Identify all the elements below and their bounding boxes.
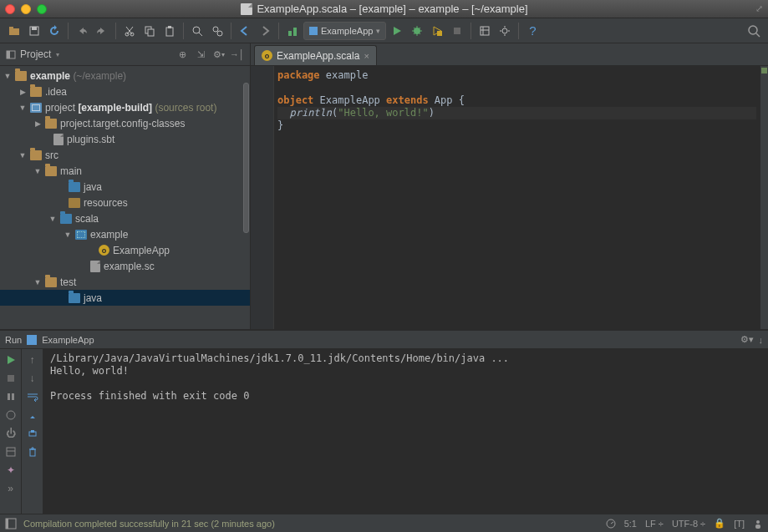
tree-item-java[interactable]: java [84, 181, 102, 193]
collapse-all-icon[interactable]: ⇲ [193, 47, 208, 62]
file-icon [240, 3, 252, 15]
redo-button[interactable] [93, 22, 111, 40]
tree-item-plugins[interactable]: plugins.sbt [67, 134, 114, 145]
status-tool-windows-icon[interactable] [5, 518, 17, 529]
find-button[interactable] [188, 22, 206, 40]
rerun-button[interactable] [3, 352, 18, 367]
undo-button[interactable] [73, 22, 91, 40]
tree-scrollbar-thumb[interactable] [243, 83, 249, 233]
project-structure-button[interactable] [476, 22, 494, 40]
run-action-column-left: ⏻ ✦ » [0, 349, 22, 514]
paste-button[interactable] [160, 22, 179, 40]
scroll-from-source-icon[interactable]: ⊕ [175, 47, 190, 62]
search-everywhere-button[interactable] [745, 22, 763, 40]
status-progress-icon[interactable] [606, 519, 616, 529]
stop-button[interactable] [448, 22, 466, 40]
run-config-selector[interactable]: ExampleApp ▾ [303, 22, 386, 40]
tree-item-example-sc[interactable]: example.sc [104, 261, 155, 272]
zoom-window-button[interactable] [37, 4, 47, 14]
tree-item-project[interactable]: project [45, 102, 75, 114]
dump-threads-button[interactable] [3, 408, 18, 423]
status-caret-position[interactable]: 5:1 [624, 519, 637, 529]
restore-layout-button[interactable]: ✦ [3, 463, 18, 478]
stop-process-button[interactable] [3, 371, 18, 386]
code-content[interactable]: package example object ExampleApp extend… [274, 66, 760, 329]
print-button[interactable] [25, 426, 40, 441]
tree-item-main[interactable]: main [60, 165, 82, 177]
svg-rect-14 [293, 28, 297, 36]
svg-rect-3 [32, 27, 37, 30]
code-editor[interactable]: package example object ExampleApp extend… [251, 66, 768, 329]
svg-rect-28 [7, 448, 15, 456]
project-tree[interactable]: example (~/example) .idea project [examp… [0, 66, 250, 329]
coverage-button[interactable] [428, 22, 446, 40]
editor-mark-strip[interactable] [760, 66, 768, 329]
svg-point-20 [749, 26, 757, 34]
tree-item-test[interactable]: test [60, 276, 76, 288]
make-button[interactable] [283, 22, 302, 40]
layout-button[interactable] [3, 444, 18, 459]
help-button[interactable]: ? [523, 22, 542, 40]
pause-button[interactable] [3, 389, 18, 404]
object-icon: o [262, 50, 272, 61]
clear-all-button[interactable] [25, 444, 40, 459]
down-button[interactable]: ↓ [25, 371, 40, 386]
debug-button[interactable] [408, 22, 426, 40]
forward-button[interactable] [256, 22, 274, 40]
tree-item-project-build: [example-build] [78, 102, 152, 114]
back-button[interactable] [236, 22, 254, 40]
copy-button[interactable] [140, 22, 159, 40]
more-button[interactable]: » [3, 481, 18, 496]
refresh-button[interactable] [45, 22, 64, 40]
status-bar: Compilation completed successfully in 21… [0, 514, 768, 532]
tree-item-src[interactable]: src [45, 149, 58, 161]
folder-icon [45, 119, 57, 129]
svg-rect-26 [12, 393, 14, 400]
window-traffic-lights [5, 4, 47, 14]
svg-rect-36 [755, 524, 760, 529]
run-panel-label[interactable]: Run [5, 335, 22, 345]
settings-gear-icon[interactable]: ⚙▾ [211, 47, 226, 62]
settings-button[interactable] [496, 22, 514, 40]
minimize-window-button[interactable] [21, 4, 31, 14]
tree-item-resources[interactable]: resources [84, 197, 128, 209]
tree-item-target[interactable]: project.target.config-classes [60, 118, 185, 129]
tree-item-idea[interactable]: .idea [45, 86, 67, 98]
editor-tab[interactable]: o ExampleApp.scala × [254, 45, 377, 65]
run-console-output[interactable]: /Library/Java/JavaVirtualMachines/jdk1.7… [43, 349, 768, 514]
run-panel-config[interactable]: ExampleApp [42, 335, 94, 345]
svg-rect-25 [8, 393, 10, 400]
tree-item-example-app[interactable]: ExampleApp [113, 245, 170, 256]
close-tab-icon[interactable]: × [364, 51, 369, 61]
lock-icon[interactable]: 🔒 [714, 518, 725, 529]
main-toolbar: ExampleApp ▾ ? [0, 18, 768, 43]
svg-point-35 [756, 520, 760, 524]
tree-item-scala[interactable]: scala [75, 213, 99, 225]
project-view-label[interactable]: Project [20, 48, 51, 60]
tree-root-name[interactable]: example [30, 70, 70, 82]
status-hector-icon[interactable] [753, 519, 763, 529]
soft-wrap-button[interactable] [25, 389, 40, 404]
up-button[interactable]: ↑ [25, 352, 40, 367]
status-insert-mode[interactable]: [T] [734, 519, 745, 529]
close-window-button[interactable] [5, 4, 15, 14]
chevron-down-icon[interactable]: ▾ [56, 51, 59, 58]
run-settings-icon[interactable]: ⚙▾ [740, 334, 754, 345]
source-folder-icon [60, 214, 72, 224]
run-pin-icon[interactable]: ↓ [759, 335, 764, 345]
tree-item-test-java[interactable]: java [84, 292, 102, 304]
status-encoding[interactable]: UTF-8 ÷ [672, 519, 705, 529]
replace-button[interactable] [208, 22, 226, 40]
cut-button[interactable] [120, 22, 139, 40]
hide-panel-icon[interactable]: →│ [230, 47, 245, 62]
scroll-to-end-button[interactable] [25, 408, 40, 423]
svg-rect-7 [148, 29, 154, 36]
exit-button[interactable]: ⏻ [3, 426, 18, 441]
editor-gutter[interactable] [251, 66, 274, 329]
tree-item-example-pkg[interactable]: example [90, 229, 128, 241]
run-button[interactable] [388, 22, 406, 40]
status-line-separator[interactable]: LF ÷ [645, 519, 664, 529]
editor-area: o ExampleApp.scala × package example obj… [251, 43, 768, 329]
save-all-button[interactable] [25, 22, 43, 40]
open-button[interactable] [5, 22, 23, 40]
